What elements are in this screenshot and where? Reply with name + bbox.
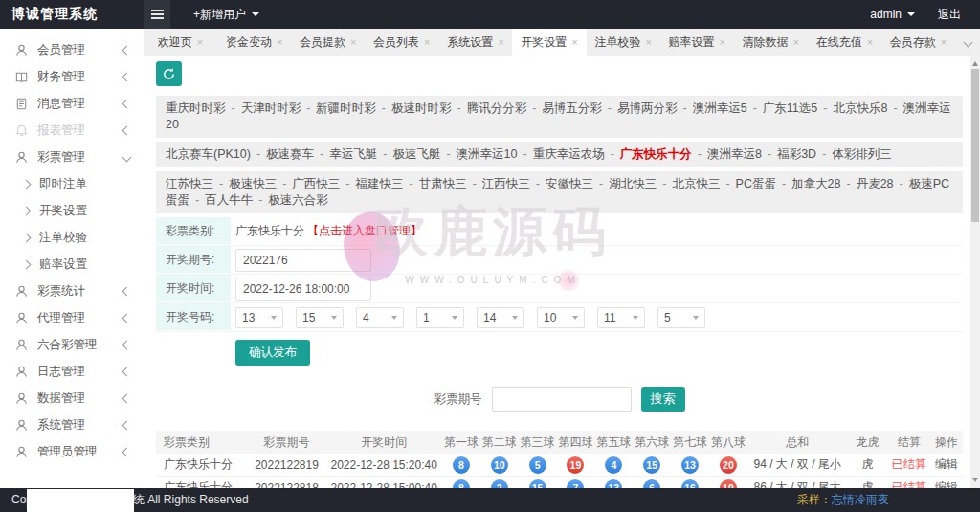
number-select[interactable]: 4 xyxy=(356,307,404,328)
tab-close-icon[interactable]: × xyxy=(941,37,947,48)
new-user-dropdown[interactable]: +新增用户 xyxy=(193,7,259,23)
tab-item[interactable]: 会员列表× xyxy=(365,29,438,56)
tab-item[interactable]: 系统设置× xyxy=(438,29,512,56)
tab-close-icon[interactable]: × xyxy=(571,37,577,48)
tab-close-icon[interactable]: × xyxy=(867,37,873,48)
sidebar-item[interactable]: 消息管理 xyxy=(0,90,144,117)
sidebar-item[interactable]: 系统管理 xyxy=(0,412,144,438)
lottery-link[interactable]: 极速飞艇 xyxy=(392,147,440,161)
lottery-link[interactable]: 湖北快三 xyxy=(609,177,657,190)
lottery-link[interactable]: 澳洲幸运5 xyxy=(693,101,747,115)
tab-close-icon[interactable]: × xyxy=(197,37,203,48)
panel-manage-link[interactable]: 【点击进入盘口管理】 xyxy=(307,223,422,239)
lottery-link[interactable]: 广东快乐十分 xyxy=(620,147,692,161)
search-input[interactable] xyxy=(492,387,632,412)
tab-item[interactable]: 会员提款× xyxy=(291,29,365,56)
sidebar-item[interactable]: 彩票统计 xyxy=(0,278,144,304)
lottery-link[interactable]: 易博五分彩 xyxy=(542,101,602,115)
lottery-link[interactable]: 体彩排列三 xyxy=(832,147,892,161)
tab-item[interactable]: 赔率设置× xyxy=(660,29,734,56)
sidebar-item[interactable]: 财务管理 xyxy=(0,63,144,90)
sidebar-item[interactable]: 代理管理 xyxy=(0,304,144,331)
tab-close-icon[interactable]: × xyxy=(793,37,799,48)
number-select[interactable]: 13 xyxy=(235,307,283,328)
tab-close-icon[interactable]: × xyxy=(719,37,724,48)
issue-input[interactable] xyxy=(235,249,371,272)
tab-item[interactable]: 开奖设置× xyxy=(512,29,586,56)
separator: - xyxy=(320,147,323,161)
tab-overflow-button[interactable] xyxy=(955,29,980,56)
lottery-link[interactable]: 澳洲幸运8 xyxy=(707,147,762,161)
lottery-link[interactable]: PC蛋蛋 xyxy=(736,177,776,190)
tab-item[interactable]: 注单校验× xyxy=(587,29,660,56)
sidebar-item[interactable]: 六合彩管理 xyxy=(0,331,144,358)
number-select[interactable]: 11 xyxy=(597,307,645,328)
lottery-link[interactable]: 幸运飞艇 xyxy=(329,147,377,161)
number-select[interactable]: 10 xyxy=(537,307,585,328)
scroll-up-arrow-icon[interactable] xyxy=(972,58,978,66)
lottery-link[interactable]: 福建快三 xyxy=(356,177,404,190)
admin-dropdown[interactable]: admin xyxy=(870,8,915,21)
tab-close-icon[interactable]: × xyxy=(498,37,503,48)
lottery-link[interactable]: 百人牛牛 xyxy=(205,193,253,207)
time-input[interactable] xyxy=(235,278,371,301)
edit-link[interactable]: 编辑 xyxy=(935,457,958,471)
scroll-down-arrow-icon[interactable] xyxy=(972,478,978,485)
tab-close-icon[interactable]: × xyxy=(645,37,651,48)
lottery-link[interactable]: 江西快三 xyxy=(482,177,530,190)
number-select[interactable]: 5 xyxy=(657,307,705,328)
confirm-publish-button[interactable]: 确认发布 xyxy=(235,340,310,366)
scrollbar-thumb[interactable] xyxy=(971,69,979,222)
tab-item[interactable]: 清除数据× xyxy=(734,29,808,56)
edit-link[interactable]: 编辑 xyxy=(935,480,958,488)
sample-value[interactable]: 忘情冷雨夜 xyxy=(832,493,889,506)
lottery-link[interactable]: 甘肃快三 xyxy=(419,177,467,190)
lottery-link[interactable]: 极速时时彩 xyxy=(391,101,452,115)
search-button[interactable]: 搜索 xyxy=(641,387,685,412)
tab-item[interactable]: 会员存款× xyxy=(881,29,955,56)
tab-close-icon[interactable]: × xyxy=(424,37,430,48)
lottery-link[interactable]: 北京快三 xyxy=(672,177,720,190)
vertical-scrollbar[interactable] xyxy=(970,56,980,488)
lottery-link[interactable]: 腾讯分分彩 xyxy=(467,101,527,115)
lottery-link[interactable]: 安徽快三 xyxy=(546,177,593,190)
refresh-button[interactable] xyxy=(156,61,182,86)
lottery-link[interactable]: 重庆幸运农场 xyxy=(533,147,605,161)
logout-button[interactable]: 退出 xyxy=(938,7,961,23)
lottery-link[interactable]: 江苏快三 xyxy=(166,177,213,190)
number-select[interactable]: 1 xyxy=(416,307,464,328)
tab-item[interactable]: 在线充值× xyxy=(808,29,881,56)
hamburger-menu-icon[interactable] xyxy=(144,0,170,29)
number-select[interactable]: 14 xyxy=(477,307,524,328)
sidebar-item[interactable]: 会员管理 xyxy=(0,36,144,63)
lottery-link[interactable]: 天津时时彩 xyxy=(241,101,301,115)
lottery-link[interactable]: 易博两分彩 xyxy=(617,101,678,115)
sidebar-subitem[interactable]: 即时注单 xyxy=(0,170,144,197)
sidebar-item[interactable]: 日志管理 xyxy=(0,358,144,385)
lottery-link[interactable]: 极速六合彩 xyxy=(268,193,328,207)
lottery-link[interactable]: 极速赛车 xyxy=(266,147,314,161)
lottery-link[interactable]: 广东11选5 xyxy=(763,101,817,115)
tab-close-icon[interactable]: × xyxy=(277,37,282,48)
lottery-link[interactable]: 丹麦28 xyxy=(857,177,894,190)
sidebar-subitem[interactable]: 注单校验 xyxy=(0,224,144,251)
lottery-link[interactable]: 澳洲幸运10 xyxy=(457,147,518,161)
lottery-link[interactable]: 极速快三 xyxy=(229,177,277,190)
lottery-link[interactable]: 新疆时时彩 xyxy=(316,101,376,115)
tab-close-icon[interactable]: × xyxy=(350,37,356,48)
sidebar-subitem[interactable]: 赔率设置 xyxy=(0,251,144,278)
number-select[interactable]: 15 xyxy=(296,307,344,328)
sidebar-item[interactable]: 数据管理 xyxy=(0,385,144,412)
sidebar-subitem[interactable]: 开奖设置 xyxy=(0,197,144,224)
lottery-link[interactable]: 广西快三 xyxy=(292,177,340,190)
tab-item[interactable]: 欢迎页× xyxy=(144,29,217,56)
lottery-link[interactable]: 北京快乐8 xyxy=(833,101,887,115)
lottery-link[interactable]: 重庆时时彩 xyxy=(166,101,226,115)
tab-item[interactable]: 资金变动× xyxy=(217,29,291,56)
sidebar-item[interactable]: 管理员管理 xyxy=(0,438,144,465)
sidebar-item[interactable]: 彩票管理 xyxy=(0,144,144,170)
lottery-link[interactable]: 北京赛车(PK10) xyxy=(166,147,251,161)
lottery-link[interactable]: 福彩3D xyxy=(777,147,816,161)
lottery-link[interactable]: 加拿大28 xyxy=(791,177,840,190)
sidebar-item[interactable]: 报表管理 xyxy=(0,117,144,144)
